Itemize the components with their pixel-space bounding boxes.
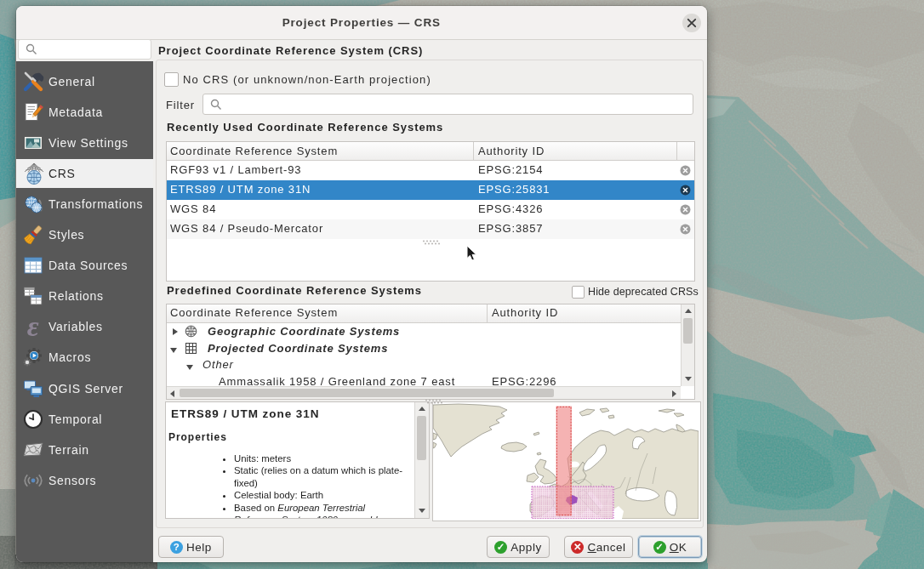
svg-text:ε: ε: [26, 316, 39, 338]
